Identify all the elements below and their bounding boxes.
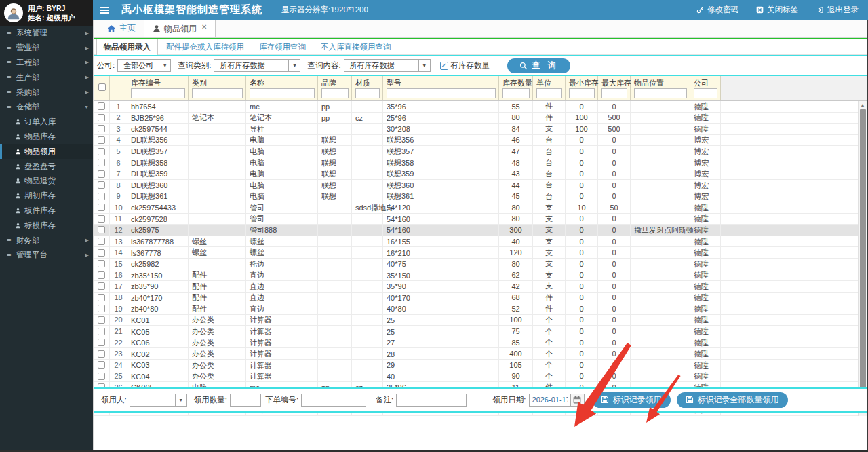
mark-record-requisition-button[interactable]: 标识记录领用	[592, 392, 671, 408]
scroll-up-icon[interactable]: ▲	[861, 101, 865, 109]
subtab-stock-requisition-query[interactable]: 库存领用查询	[252, 39, 313, 55]
row-checkbox[interactable]	[98, 125, 105, 132]
column-filter-brand[interactable]	[321, 88, 349, 98]
row-checkbox[interactable]	[98, 361, 105, 369]
row-checkbox[interactable]	[98, 350, 105, 358]
row-checkbox[interactable]	[98, 170, 105, 178]
column-filter-max[interactable]	[601, 88, 627, 98]
hamburger-menu-icon[interactable]	[93, 7, 116, 14]
table-row[interactable]: 15ck25982托边40*7580支00德陞	[94, 259, 868, 270]
change-password-button[interactable]: 修改密码	[696, 5, 738, 15]
sidebar-item-engineering-dept[interactable]: ≡工程部▶	[0, 56, 93, 71]
table-row[interactable]: 17zb35*90配件直边35*9042支00德陞	[94, 281, 868, 293]
quantity-input[interactable]	[230, 394, 261, 407]
tab-close-icon[interactable]: ✕	[201, 23, 207, 31]
sidebar-item-purchasing-dept[interactable]: ≡采购部▶	[0, 85, 93, 100]
table-row[interactable]: 6DL联想358电脑联想联想35848台00博宏	[94, 157, 868, 169]
column-filter-loc[interactable]	[634, 88, 687, 98]
column-filter-name[interactable]	[250, 88, 315, 98]
row-checkbox[interactable]	[98, 294, 105, 301]
sidebar-item-item-stock[interactable]: 物品库存	[0, 130, 93, 145]
content-select[interactable]: 所有库存数据 ▼	[344, 59, 431, 72]
column-filter-mat[interactable]	[355, 88, 380, 98]
table-row[interactable]: 14ls367778螺丝螺丝16*210120支00德陞	[94, 247, 868, 259]
row-checkbox[interactable]	[98, 316, 105, 324]
sidebar-item-finance-dept[interactable]: ≡财务部▶	[0, 233, 93, 248]
sidebar-item-item-return[interactable]: 物品退货	[0, 174, 93, 189]
logout-button[interactable]: 退出登录	[816, 5, 859, 15]
row-checkbox[interactable]	[98, 181, 105, 189]
sidebar-item-mold-stock[interactable]: 标模库存	[0, 218, 93, 233]
row-checkbox[interactable]	[98, 328, 105, 335]
table-row[interactable]: 1bh7654mcpp35*9655件00德陞	[94, 101, 868, 113]
table-row[interactable]: 7DL联想359电脑联想联想35943台00博宏	[94, 168, 868, 180]
table-row[interactable]: 2BJB25*96笔记本笔记本ppcz25*9680件100500德陞	[94, 113, 868, 124]
sidebar-item-item-requisition[interactable]: 物品领用	[0, 144, 93, 159]
table-row[interactable]: 16zb35*150配件直边35*15062支00德陞	[94, 269, 868, 281]
row-checkbox[interactable]	[98, 339, 105, 346]
row-checkbox[interactable]	[98, 148, 105, 155]
table-row[interactable]: 11ck2597528管司54*16080支00德陞	[94, 214, 868, 225]
note-input[interactable]	[396, 394, 467, 407]
sidebar-item-system-mgmt[interactable]: ≡系统管理▶	[0, 26, 93, 41]
sidebar-item-production-dept[interactable]: ≡生产部▶	[0, 70, 93, 85]
table-row[interactable]: 9DL联想361电脑联想联想36145台00博宏	[94, 191, 868, 203]
subtab-parts-pending[interactable]: 配件提仓或入库待领用	[159, 39, 251, 55]
close-tabs-button[interactable]: 关闭标签	[756, 5, 798, 15]
row-checkbox[interactable]	[98, 282, 105, 290]
table-row[interactable]: 8DL联想360电脑联想联想36044台00博宏	[94, 180, 868, 191]
row-checkbox[interactable]	[98, 114, 105, 121]
table-row[interactable]: 23KC02办公类计算器28400个00德陞	[94, 348, 868, 360]
date-input[interactable]	[529, 394, 571, 407]
table-row[interactable]: 4DL联想356电脑联想联想35646台00博宏	[94, 135, 868, 147]
scrollbar-thumb[interactable]	[860, 109, 866, 393]
vertical-scrollbar[interactable]: ▲ ▼	[858, 101, 867, 416]
tab-item-requisition[interactable]: 物品领用 ✕	[144, 20, 216, 37]
sidebar-item-stocktake[interactable]: 盘盈盘亏	[0, 159, 93, 174]
column-filter-qty[interactable]	[502, 88, 530, 98]
column-filter-model[interactable]	[387, 88, 496, 98]
table-row[interactable]: 18zb40*170配件直边40*17068件00德陞	[94, 293, 868, 304]
sidebar-item-opening-stock[interactable]: 期初库存	[0, 189, 93, 204]
table-row[interactable]: 20KC01办公类计算器25100个00德陞	[94, 315, 868, 326]
column-filter-comp[interactable]	[694, 88, 717, 98]
sidebar-item-sales-dept[interactable]: ≡营业部▶	[0, 41, 93, 56]
column-filter-code[interactable]	[131, 88, 185, 98]
row-checkbox[interactable]	[98, 193, 105, 200]
sidebar-item-admin-platform[interactable]: ≡管理平台▶	[0, 248, 93, 263]
subtab-direct-requisition-query[interactable]: 不入库直接领用查询	[314, 39, 398, 55]
sidebar-item-warehouse-dept[interactable]: ≡仓储部▼	[0, 100, 93, 115]
calendar-button[interactable]	[571, 394, 585, 407]
row-checkbox[interactable]	[98, 204, 105, 211]
table-row[interactable]: 10ck259754433管司sdsd撒地方54*12080支1050德陞	[94, 202, 868, 214]
column-filter-unit[interactable]	[536, 88, 562, 98]
row-checkbox[interactable]	[98, 226, 105, 233]
table-row[interactable]: 25KC04办公类计算器4090个00德陞	[94, 371, 868, 383]
table-row[interactable]: 24KC03办公类计算器29105个00德陞	[94, 360, 868, 371]
row-checkbox[interactable]	[98, 215, 105, 223]
row-checkbox[interactable]	[98, 238, 105, 245]
row-checkbox[interactable]	[98, 249, 105, 257]
row-checkbox[interactable]	[98, 102, 105, 110]
tab-home[interactable]: 主页	[99, 19, 144, 37]
table-row[interactable]: 22KC06办公类计算器2785个00德陞	[94, 337, 868, 349]
row-checkbox[interactable]	[98, 260, 105, 267]
recipient-select[interactable]: ▼	[130, 394, 187, 407]
row-checkbox[interactable]	[98, 305, 105, 312]
row-checkbox[interactable]	[98, 136, 105, 144]
row-checkbox[interactable]	[98, 373, 105, 380]
table-row[interactable]: 13ls367877788螺丝螺丝16*15540支00德陞	[94, 236, 868, 248]
mark-record-all-quantity-button[interactable]: 标识记录全部数量领用	[677, 392, 788, 408]
query-button[interactable]: 查 询	[507, 58, 570, 73]
sidebar-item-order-inbound[interactable]: 订单入库	[0, 115, 93, 130]
column-filter-min[interactable]	[569, 88, 595, 98]
category-select[interactable]: 所有库存数据 ▼	[214, 59, 300, 72]
column-filter-cat[interactable]	[192, 88, 243, 98]
company-select[interactable]: 全部公司 ▼	[117, 59, 171, 72]
row-checkbox[interactable]	[98, 159, 105, 166]
order-no-input[interactable]	[301, 394, 366, 407]
has-stock-checkbox[interactable]: ✓ 有库存数量	[440, 60, 490, 71]
table-row[interactable]: 21KC05办公类计算器2575个00德陞	[94, 326, 868, 337]
subtab-requisition-entry[interactable]: 物品领用录入	[96, 39, 158, 56]
sidebar-item-panel-stock[interactable]: 板件库存	[0, 204, 93, 219]
